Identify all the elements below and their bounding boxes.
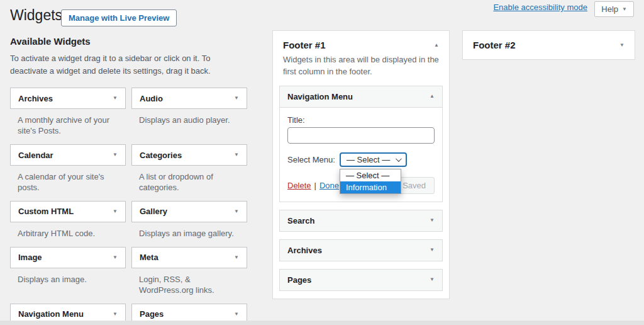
available-widget-meta: Meta ▼ Login, RSS, & WordPress.org links… bbox=[131, 247, 247, 304]
navigation-menu-widget-title: Navigation Menu bbox=[287, 92, 353, 101]
available-widget-categories: Categories ▼ A list or dropdown of categ… bbox=[131, 144, 247, 201]
help-button[interactable]: Help ▼ bbox=[594, 1, 634, 17]
chevron-down-icon[interactable]: ▼ bbox=[113, 96, 118, 101]
available-widget-image: Image ▼ Displays an image. bbox=[10, 247, 126, 304]
widget-card-description: Displays an image gallery. bbox=[139, 229, 240, 239]
select-menu-wrapper: — Select — — Select — Information bbox=[340, 152, 407, 167]
footer1-widget-search: Search ▼ bbox=[279, 210, 443, 232]
available-widgets-section: Available Widgets To activate a widget d… bbox=[10, 36, 248, 325]
footer1-widget-pages: Pages ▼ bbox=[279, 269, 443, 291]
available-widget-calendar: Calendar ▼ A calendar of your site's pos… bbox=[10, 144, 126, 201]
widget-card-label: Meta bbox=[140, 253, 158, 262]
available-widget-custom-html: Custom HTML ▼ Arbitrary HTML code. bbox=[10, 201, 126, 247]
widget-card-description: Login, RSS, & WordPress.org links. bbox=[139, 275, 240, 296]
pages-widget-header[interactable]: Pages ▼ bbox=[280, 270, 442, 290]
widget-card-label: Gallery bbox=[140, 207, 167, 216]
page-title: Widgets bbox=[10, 6, 62, 25]
chevron-down-icon[interactable]: ▼ bbox=[113, 312, 118, 317]
navigation-menu-widget-header[interactable]: Navigation Menu ▲ bbox=[280, 86, 442, 107]
navigation-menu-widget-body: Title: Select Menu: — Select — — Select … bbox=[280, 107, 442, 202]
footer2-panel: Footer #2 ▼ bbox=[462, 30, 635, 60]
chevron-down-icon[interactable]: ▼ bbox=[113, 255, 118, 260]
select-menu-value: — Select — bbox=[347, 155, 390, 164]
widget-card-categories[interactable]: Categories ▼ bbox=[131, 144, 247, 166]
search-widget-header[interactable]: Search ▼ bbox=[280, 210, 442, 231]
available-widgets-intro: To activate a widget drag it to a sideba… bbox=[10, 52, 248, 77]
widget-card-calendar[interactable]: Calendar ▼ bbox=[10, 144, 126, 166]
archives-widget-header[interactable]: Archives ▼ bbox=[280, 240, 442, 261]
widget-card-meta[interactable]: Meta ▼ bbox=[131, 247, 247, 268]
widget-card-description: Displays an image. bbox=[18, 275, 118, 285]
widget-card-label: Pages bbox=[140, 309, 164, 319]
chevron-down-icon[interactable]: ▼ bbox=[619, 43, 625, 48]
widget-card-custom-html[interactable]: Custom HTML ▼ bbox=[10, 201, 126, 222]
select-chevron-icon bbox=[396, 156, 402, 162]
widget-card-description: A calendar of your site's posts. bbox=[18, 172, 118, 193]
available-widgets-heading: Available Widgets bbox=[10, 36, 248, 47]
footer1-header[interactable]: Footer #1 ▲ bbox=[273, 31, 449, 54]
chevron-up-icon[interactable]: ▲ bbox=[434, 43, 439, 48]
footer2-title: Footer #2 bbox=[473, 40, 516, 50]
widget-card-label: Categories bbox=[140, 151, 182, 160]
enable-accessibility-link[interactable]: Enable accessibility mode bbox=[493, 3, 587, 12]
widget-card-description: A monthly archive of your site's Posts. bbox=[18, 115, 118, 137]
widget-card-label: Archives bbox=[18, 94, 53, 103]
chevron-down-icon[interactable]: ▼ bbox=[234, 96, 239, 101]
available-widget-audio: Audio ▼ Displays an audio player. bbox=[131, 88, 247, 144]
chevron-down-icon: ▼ bbox=[622, 7, 627, 12]
title-input[interactable] bbox=[287, 127, 435, 144]
widget-card-label: Navigation Menu bbox=[18, 309, 84, 319]
select-option-select[interactable]: — Select — bbox=[340, 169, 401, 181]
bottom-edge bbox=[0, 321, 644, 325]
chevron-down-icon[interactable]: ▼ bbox=[430, 248, 435, 253]
widget-card-description: Displays an audio player. bbox=[139, 115, 240, 126]
widget-card-label: Custom HTML bbox=[18, 207, 74, 216]
chevron-down-icon[interactable]: ▼ bbox=[430, 277, 435, 282]
chevron-up-icon[interactable]: ▲ bbox=[430, 94, 435, 99]
widget-card-description: A list or dropdown of categories. bbox=[139, 172, 240, 193]
available-widget-gallery: Gallery ▼ Displays an image gallery. bbox=[131, 201, 247, 247]
footer2-header[interactable]: Footer #2 ▼ bbox=[463, 31, 635, 59]
chevron-down-icon[interactable]: ▼ bbox=[430, 218, 435, 223]
select-menu-open-list: — Select — Information bbox=[340, 169, 401, 194]
select-option-information[interactable]: Information bbox=[340, 181, 401, 193]
footer1-widget-archives: Archives ▼ bbox=[279, 239, 443, 261]
chevron-down-icon[interactable]: ▼ bbox=[234, 312, 239, 317]
search-widget-title: Search bbox=[287, 216, 314, 225]
chevron-down-icon[interactable]: ▼ bbox=[234, 255, 239, 260]
widget-card-image[interactable]: Image ▼ bbox=[10, 247, 126, 268]
chevron-down-icon[interactable]: ▼ bbox=[234, 152, 239, 157]
select-menu-row: Select Menu: — Select — — Select — Infor… bbox=[287, 152, 435, 167]
select-menu-dropdown[interactable]: — Select — bbox=[340, 152, 407, 167]
widget-card-description: Arbitrary HTML code. bbox=[18, 229, 118, 239]
available-widgets-grid: Archives ▼ A monthly archive of your sit… bbox=[10, 88, 248, 325]
available-widget-archives: Archives ▼ A monthly archive of your sit… bbox=[10, 88, 126, 144]
widget-card-label: Audio bbox=[140, 94, 163, 103]
widget-card-archives[interactable]: Archives ▼ bbox=[10, 88, 126, 109]
title-field-label: Title: bbox=[287, 115, 435, 125]
chevron-down-icon[interactable]: ▼ bbox=[113, 152, 118, 157]
chevron-down-icon[interactable]: ▼ bbox=[113, 209, 118, 214]
footer1-description: Widgets in this area will be displayed i… bbox=[273, 54, 449, 78]
widget-card-label: Image bbox=[18, 253, 42, 262]
manage-live-preview-button[interactable]: Manage with Live Preview bbox=[61, 9, 177, 26]
archives-widget-title: Archives bbox=[287, 246, 322, 255]
footer1-title: Footer #1 bbox=[283, 40, 326, 50]
footer1-panel: Footer #1 ▲ Widgets in this area will be… bbox=[272, 30, 450, 299]
select-menu-label: Select Menu: bbox=[287, 155, 335, 164]
pages-widget-title: Pages bbox=[287, 275, 311, 285]
done-link[interactable]: Done bbox=[319, 181, 339, 190]
chevron-down-icon[interactable]: ▼ bbox=[234, 209, 239, 214]
footer1-widget-navigation-menu: Navigation Menu ▲ Title: Select Menu: — … bbox=[279, 86, 443, 202]
widget-card-gallery[interactable]: Gallery ▼ bbox=[131, 201, 247, 222]
help-button-label: Help bbox=[601, 4, 618, 14]
widget-card-label: Calendar bbox=[18, 151, 53, 160]
widget-card-audio[interactable]: Audio ▼ bbox=[131, 88, 247, 109]
footer1-widget-list: Navigation Menu ▲ Title: Select Menu: — … bbox=[273, 84, 449, 299]
delete-link[interactable]: Delete bbox=[287, 181, 311, 190]
link-separator: | bbox=[314, 181, 316, 190]
